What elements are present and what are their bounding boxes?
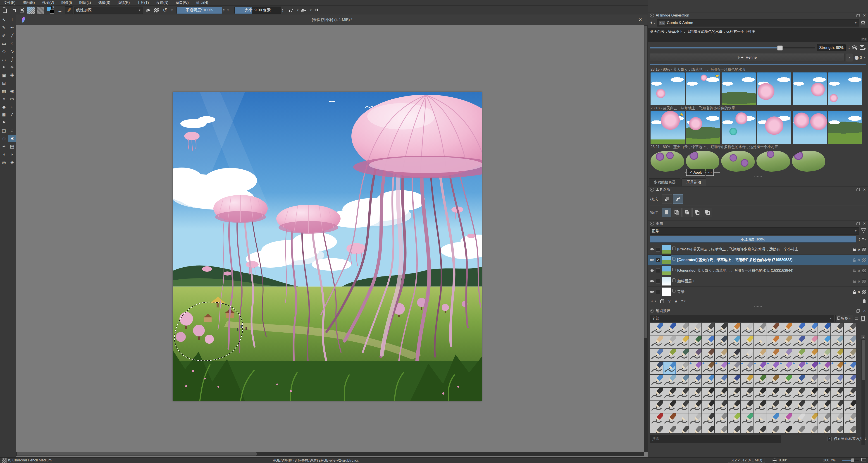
brush-preset-tile[interactable] — [831, 426, 843, 433]
assistants-tool[interactable]: ⊠ — [0, 111, 8, 118]
swap-colors-icon[interactable]: ⇅ — [53, 6, 54, 8]
layer-select-checkbox[interactable] — [656, 290, 660, 294]
brush-preset-tile[interactable] — [831, 323, 843, 336]
layer-thumbnail[interactable] — [662, 277, 671, 286]
layer-row[interactable]: 颜料图层 1α — [648, 276, 868, 287]
inherit-alpha-icon[interactable] — [862, 248, 866, 251]
brush-preset-tile[interactable] — [818, 336, 831, 349]
foreground-background-colors[interactable]: ⇅ — [46, 6, 55, 14]
brush-editor-button[interactable] — [65, 6, 73, 14]
brush-preset-tile[interactable] — [676, 426, 689, 433]
brush-preset-tile[interactable] — [740, 336, 753, 349]
preserve-alpha-button[interactable] — [153, 6, 160, 14]
layer-name[interactable]: [Preview] 蓝天白云，绿草地上，飞翔着许多粉色的水母，远处有一个小村庄 — [677, 247, 798, 252]
layer-select-checkbox[interactable] — [656, 268, 660, 273]
inherit-alpha-icon[interactable] — [862, 269, 866, 272]
docker-pin-icon[interactable] — [650, 309, 654, 313]
brush-preset-tile[interactable] — [805, 374, 818, 387]
favorite-star-icon[interactable]: ★ — [679, 112, 684, 117]
generated-region-thumbnail[interactable] — [792, 151, 825, 172]
generated-region-thumbnail[interactable] — [651, 151, 684, 172]
generated-thumbnail[interactable] — [828, 111, 862, 144]
generated-thumbnail[interactable]: ★ — [651, 111, 685, 144]
brush-preset-tile[interactable] — [753, 323, 766, 336]
zoom-slider[interactable] — [842, 460, 859, 461]
brush-preset-tile[interactable] — [779, 413, 792, 426]
brush-preset-tile[interactable]: ◆ — [715, 361, 727, 374]
layer-lock-icon[interactable] — [853, 248, 856, 251]
brush-preset-tile[interactable] — [818, 400, 831, 413]
generated-thumbnail[interactable] — [793, 73, 827, 105]
colorspace-info[interactable]: RGB/透明度 (8 位整数/通道) sRGB-elle-V2-srgbtrc.… — [273, 458, 359, 463]
docker-splitter[interactable] — [648, 175, 868, 178]
brush-preset-tile[interactable]: ◆ — [779, 361, 792, 374]
brush-preset-tile[interactable] — [818, 426, 831, 433]
brush-preset-tile[interactable] — [779, 387, 792, 400]
brush-preset-tile[interactable] — [805, 387, 818, 400]
mirror-vertical-button[interactable] — [300, 6, 308, 14]
dynamic-brush-tool[interactable]: ≈ — [0, 63, 8, 71]
chevron-down-icon[interactable]: ▼ — [227, 9, 229, 12]
gradient-swatch[interactable] — [27, 6, 35, 14]
magnetic-select-tool[interactable]: ✴ — [0, 143, 8, 150]
float-docker-icon[interactable] — [857, 309, 860, 313]
brush-preset-tile[interactable] — [715, 323, 727, 336]
brush-preset-tile[interactable] — [727, 387, 740, 400]
brush-preset-tile[interactable] — [766, 349, 779, 361]
ellipse-tool[interactable]: ○ — [8, 39, 16, 47]
canvas-image[interactable] — [173, 92, 482, 401]
brush-preset-tile[interactable] — [792, 387, 805, 400]
brush-preset-tile[interactable]: ◆ — [831, 361, 843, 374]
brush-preset-tile[interactable]: ◆ — [792, 361, 805, 374]
layer-lock-icon[interactable] — [852, 258, 856, 262]
brush-preset-tile[interactable] — [663, 374, 676, 387]
docker-splitter[interactable] — [648, 305, 868, 308]
alpha-channel-icon[interactable]: α — [858, 258, 860, 262]
text-prompt-add-icon[interactable] — [860, 45, 866, 51]
brush-preset-tile[interactable] — [663, 349, 676, 361]
brush-preset-tile[interactable] — [727, 323, 740, 336]
freehand-brush-tool[interactable]: ✐ — [0, 32, 8, 39]
brush-preset-tile[interactable] — [650, 400, 663, 413]
pixel-selection-mode-button[interactable] — [662, 194, 672, 204]
brush-preset-tile[interactable] — [689, 336, 702, 349]
generated-thumbnail[interactable] — [793, 111, 827, 144]
queue-count-badge[interactable]: ⬤ 0 — [855, 55, 862, 60]
brush-preset-tile[interactable] — [766, 413, 779, 426]
layer-visibility-eye-icon[interactable] — [650, 290, 654, 294]
layer-visibility-eye-icon[interactable] — [650, 279, 654, 283]
move-layer-up-button[interactable]: ∧ — [675, 299, 678, 303]
brush-preset-tile[interactable] — [766, 426, 779, 433]
reference-images-tool[interactable]: ⚑ — [0, 119, 8, 126]
fill-tool[interactable]: ◆ — [0, 103, 8, 111]
brush-preset-tile[interactable]: ◆ — [702, 361, 715, 374]
alpha-channel-icon[interactable]: α — [858, 279, 860, 284]
chevron-down-icon[interactable]: ▼ — [297, 9, 299, 12]
brush-preset-tile[interactable] — [831, 349, 843, 361]
generated-region-thumbnail[interactable] — [756, 151, 790, 172]
selection-intersect-button[interactable] — [672, 208, 682, 217]
menu-t[interactable]: 工具(T) — [133, 0, 152, 5]
brush-preset-tile[interactable] — [753, 387, 766, 400]
layer-select-checkbox[interactable] — [656, 279, 660, 284]
brush-preset-tile[interactable] — [676, 413, 689, 426]
list-view-icon[interactable]: ≣ — [855, 316, 858, 321]
inherit-alpha-icon[interactable] — [862, 290, 866, 294]
brush-preset-tile[interactable]: ◆ — [805, 361, 818, 374]
brush-preset-tile[interactable] — [727, 336, 740, 349]
generated-thumbnail[interactable] — [722, 111, 756, 144]
brush-preset-tile[interactable] — [676, 387, 689, 400]
brush-preset-tile[interactable] — [805, 323, 818, 336]
brush-preset-tile[interactable] — [676, 400, 689, 413]
measure-tool[interactable]: ∠ — [8, 111, 16, 118]
brush-preset-tile[interactable] — [650, 361, 663, 374]
multibrush-tool[interactable]: ✳ — [8, 63, 16, 71]
brush-preset-tile[interactable] — [766, 374, 779, 387]
brush-preset-tile[interactable] — [843, 349, 857, 361]
brush-preset-tile[interactable]: ◆ — [689, 361, 702, 374]
brush-preset-tile[interactable] — [740, 323, 753, 336]
duplicate-layer-icon[interactable] — [660, 299, 664, 303]
menu-n[interactable]: 设置(N) — [153, 0, 172, 5]
layer-row[interactable]: ✓[Generated] 蓝天白云，绿草地上，飞翔着许多粉色的水母 (71952… — [648, 255, 868, 265]
generated-thumbnail[interactable] — [686, 111, 720, 144]
